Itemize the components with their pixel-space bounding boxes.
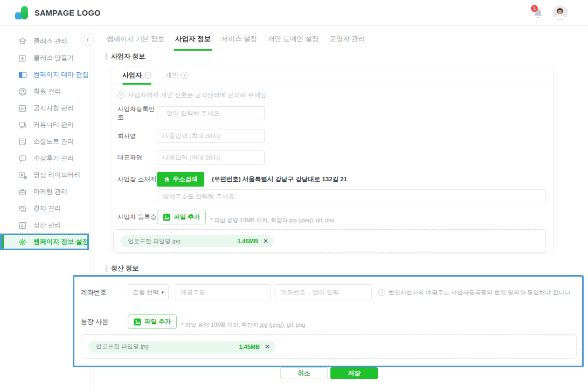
chevron-left-icon: ‹	[86, 36, 89, 43]
sidebar-item-label: 마케팅 관리	[33, 187, 67, 196]
uploaded-file-size: 1.45MB	[239, 344, 260, 350]
remove-file-icon[interactable]: ✕	[263, 238, 268, 244]
sidebar-item-label: 정산 관리	[33, 221, 61, 230]
address-detail-input[interactable]	[157, 189, 546, 203]
sidebar-item-theme-edit[interactable]: 썸페이지 테마 편집	[0, 66, 90, 83]
settlement-icon	[18, 221, 27, 230]
main-content: ‹ 쌤페이지 기본 정보 사업자 정보 서비스 설정 개인 도메인 설정 운영자…	[91, 26, 588, 391]
save-button[interactable]: 저장	[330, 367, 378, 379]
sidebar-item-video-library[interactable]: 영상 라이브러리	[0, 167, 90, 183]
logo-icon	[15, 6, 29, 20]
image-icon	[134, 318, 141, 326]
address-label: 사업장 소재지	[117, 175, 157, 183]
business-info-card: 사업자 i 개인 i ? 사업자에서 개인 전환은 고객센터에 문의해 주세요.…	[112, 66, 554, 253]
gear-icon	[18, 238, 27, 246]
notice-icon	[18, 104, 27, 113]
uploaded-file-name: 업로드한 파일명.jpg	[128, 237, 181, 245]
tab-business-info[interactable]: 사업자 정보	[174, 35, 212, 51]
sidebar-item-marketing-manage[interactable]: 마케팅 관리	[0, 183, 90, 200]
sidebar-item-settlement-manage[interactable]: 정산 관리	[0, 217, 90, 234]
tab-basic-info[interactable]: 쌤페이지 기본 정보	[106, 35, 165, 51]
account-number-input[interactable]	[275, 284, 372, 300]
license-add-file-button[interactable]: 파일 추가	[157, 210, 206, 224]
sidebar-item-label: 회원 관리	[33, 87, 61, 96]
bankbook-upload-area: 업로드한 파일명.jpg 1.45MB ✕	[81, 334, 577, 359]
uploaded-file-chip: 업로드한 파일명.jpg 1.45MB ✕	[120, 235, 274, 247]
sidebar-item-class-create[interactable]: 클래스 만들기	[0, 50, 90, 66]
sidebar-item-member-manage[interactable]: 회원 관리	[0, 83, 90, 100]
reg-number-label: 사업자등록번호	[117, 105, 157, 121]
theme-edit-icon	[18, 71, 27, 79]
info-icon: i	[144, 72, 151, 79]
payment-icon	[18, 204, 27, 213]
sidebar-item-class-manage[interactable]: 클래스 관리	[0, 33, 90, 50]
sidebar-item-label: 커뮤니티 관리	[33, 120, 74, 129]
subtab-personal[interactable]: 개인 i	[165, 71, 188, 80]
bankbook-file-note: * 파일 용량 10MB 이하, 확장자 jpg (jpeg), gif, pn…	[181, 321, 306, 329]
sidebar-item-notice-manage[interactable]: 공지사항 관리	[0, 100, 90, 116]
license-file-note: * 파일 용량 10MB 이하, 확장자 jpg (jpeg), gif, pn…	[210, 217, 335, 224]
notification-bell-icon[interactable]: 1	[533, 6, 544, 19]
uploaded-file-chip: 업로드한 파일명.jpg 1.45MB ✕	[88, 341, 275, 353]
uploaded-file-name: 업로드한 파일명.jpg	[96, 342, 149, 351]
sidebar-item-label: 결제 관리	[33, 204, 61, 213]
business-type-subtabs: 사업자 i 개인 i	[112, 66, 554, 84]
top-header: SAMPAGE LOGO 1	[0, 0, 588, 26]
sidebar-item-label: 수강후기 관리	[33, 154, 74, 163]
business-section-title: 사업자 정보	[106, 53, 145, 60]
marketing-icon	[18, 188, 27, 196]
home-icon	[164, 176, 170, 182]
sidebar-item-label: 클래스 만들기	[33, 53, 74, 63]
bankbook-add-file-button[interactable]: 파일 추가	[128, 314, 177, 329]
sidebar-item-label: 소셜노트 관리	[33, 137, 74, 146]
sidebar-item-label: 클래스 관리	[33, 37, 67, 46]
logo-text: SAMPAGE LOGO	[34, 9, 101, 17]
sidebar-item-review-manage[interactable]: 수강후기 관리	[0, 150, 90, 167]
tab-operator-manage[interactable]: 운영자 관리	[328, 35, 366, 51]
remove-file-icon[interactable]: ✕	[265, 344, 270, 350]
address-search-button[interactable]: 주소검색	[157, 172, 204, 187]
uploaded-file-size: 1.45MB	[237, 238, 258, 244]
sidebar-item-label: 영상 라이브러리	[33, 170, 80, 180]
tab-domain-settings[interactable]: 개인 도메인 설정	[267, 35, 320, 51]
tab-service-settings[interactable]: 서비스 설정	[220, 35, 258, 51]
class-create-icon	[18, 54, 27, 63]
bankbook-label: 통장 사본	[81, 317, 128, 326]
account-holder-input[interactable]	[175, 284, 271, 300]
license-upload-area: 업로드한 파일명.jpg 1.45MB ✕	[113, 229, 546, 253]
form-actions: 취소 저장	[280, 367, 378, 379]
member-icon	[18, 87, 27, 96]
settlement-section-title: 정산 정보	[106, 265, 139, 272]
settlement-annotated-box: 계좌번호 은행 선택 ▾ ? 법인사업자의 예금주는 사업자등록증의 법인 명의…	[73, 275, 584, 367]
sidebar-item-page-info-settings[interactable]: 쌤페이지 정보 설정	[0, 234, 89, 250]
review-icon	[18, 154, 27, 163]
user-avatar[interactable]	[552, 5, 568, 20]
sidebar-item-community-manage[interactable]: 커뮤니티 관리	[0, 116, 90, 133]
subtab-business[interactable]: 사업자 i	[122, 71, 151, 80]
company-name-label: 회사명	[117, 132, 157, 140]
address-value: (우편번호) 서울특별시 강남구 강남대로 132길 21	[212, 175, 347, 183]
community-icon	[18, 121, 27, 129]
cancel-button[interactable]: 취소	[280, 367, 328, 379]
license-label: 사업자 등록증	[117, 213, 157, 221]
ceo-name-input[interactable]	[157, 150, 265, 164]
social-note-icon	[18, 138, 27, 146]
video-library-icon	[18, 171, 27, 180]
settings-tabbar: 쌤페이지 기본 정보 사업자 정보 서비스 설정 개인 도메인 설정 운영자 관…	[106, 35, 554, 51]
sidebar-item-payment-manage[interactable]: 결제 관리	[0, 200, 90, 217]
bank-select[interactable]: 은행 선택 ▾	[128, 284, 169, 300]
app-logo: SAMPAGE LOGO	[15, 6, 101, 20]
class-icon	[18, 37, 27, 46]
back-button[interactable]: ‹	[81, 33, 94, 45]
notification-badge: 1	[531, 5, 538, 12]
sidebar-item-social-note-manage[interactable]: 소셜노트 관리	[0, 133, 90, 150]
reg-number-input[interactable]	[157, 106, 265, 120]
sidebar-item-label: 썸페이지 테마 편집	[33, 70, 89, 79]
company-name-input[interactable]	[157, 129, 265, 143]
question-icon: ?	[378, 289, 385, 296]
image-icon	[163, 214, 170, 221]
conversion-notice: ? 사업자에서 개인 전환은 고객센터에 문의해 주세요.	[117, 91, 554, 99]
sidebar-item-label: 공지사항 관리	[33, 104, 74, 113]
info-icon: i	[181, 72, 188, 79]
chevron-down-icon: ▾	[161, 290, 164, 295]
